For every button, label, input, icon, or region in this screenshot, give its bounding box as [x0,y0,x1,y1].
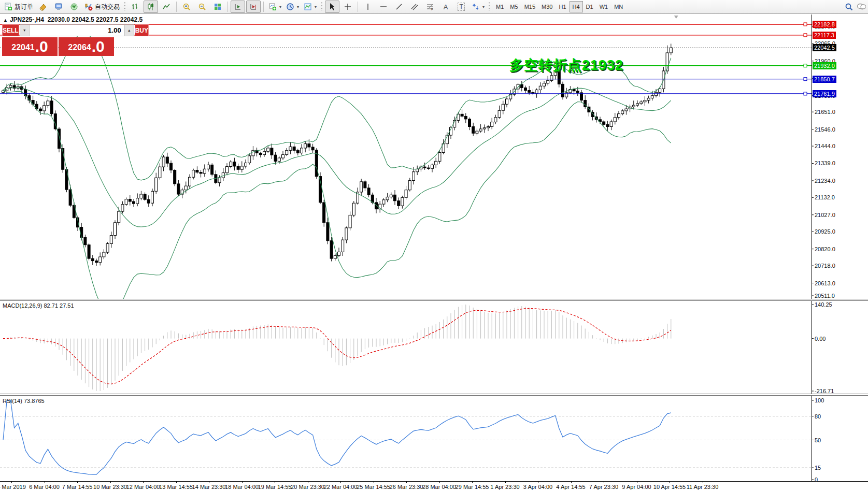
text-tool-button[interactable]: A [438,1,453,13]
candle [487,127,490,128]
candle [323,203,325,223]
level-handle[interactable] [804,78,807,81]
price-axis-tick: 20511.0 [815,293,835,299]
candle [498,110,501,117]
channel-icon [410,2,419,11]
pane-splitter-macd[interactable] [0,299,868,301]
crosshair-tool-button[interactable] [340,1,355,13]
sell-price-box[interactable]: 22041 .0 [2,37,58,56]
time-axis-tick [340,482,341,483]
rsi-line [3,400,671,474]
level-handle[interactable] [804,64,807,67]
candle [670,48,672,53]
timeframe-m5[interactable]: M5 [507,1,521,12]
new-order-button[interactable]: 新订单 [2,1,35,13]
rsi-axis-tick: 100 [815,397,824,403]
vertical-line-tool-button[interactable] [361,1,375,13]
search-icon[interactable] [844,2,853,11]
timeframe-d1[interactable]: D1 [583,1,596,12]
chart-annotation-text[interactable]: 多空转折点21932 [509,56,623,75]
level-handle[interactable] [804,23,807,26]
auto-scroll-button[interactable] [231,1,245,13]
level-handle[interactable] [804,34,807,37]
collapse-icon[interactable]: ▲ [3,18,8,23]
channel-tool-button[interactable] [407,1,422,13]
time-axis-tick [472,482,473,483]
candle [271,148,273,155]
new-chart-button[interactable]: ▾ [266,1,283,13]
timeframe-w1[interactable]: W1 [596,1,611,12]
sell-price-pips: .0 [35,39,48,54]
time-axis-tick [143,482,144,483]
toolbar-grip [124,2,125,11]
time-axis-label: 28 Mar 04:00 [422,484,456,490]
candle [539,86,542,90]
timeframe-m30[interactable]: M30 [538,1,556,12]
chart-canvas[interactable] [0,0,868,491]
arrows-icon [471,2,480,11]
time-axis-tick [11,482,12,483]
volume-decrease-button[interactable]: ▼ [20,25,29,36]
candle [651,96,653,98]
pane-splitter-rsi[interactable] [0,394,868,396]
timeframe-m1[interactable]: M1 [493,1,507,12]
bollinger-middle-line [3,88,671,227]
candle [550,76,553,81]
time-axis-label: 25 Mar 14:55 [357,484,390,490]
candle [192,170,195,178]
time-axis[interactable]: 4 Mar 20196 Mar 04:007 Mar 14:5510 Mar 2… [0,481,868,491]
buy-price: 22064 [68,41,91,54]
profiles-button[interactable]: ▾ [284,1,301,13]
candle [464,116,467,119]
level-handle[interactable] [804,92,807,95]
buy-price-box[interactable]: 22064 .0 [59,37,114,56]
candle [289,147,292,150]
current-price-badge: 22042.5 [813,44,836,51]
autotrading-button[interactable]: 自动交易 [82,1,121,13]
eraser-button[interactable] [36,1,50,13]
arrows-tool-button[interactable]: ▾ [469,1,486,13]
line-chart-button[interactable] [159,1,174,13]
horizontal-line-tool-button[interactable] [376,1,391,13]
zoom-in-button[interactable] [179,1,194,13]
volume-increase-button[interactable]: ▲ [125,25,134,36]
candle [43,106,46,111]
candle [140,194,143,198]
timeframe-mn[interactable]: MN [611,1,626,12]
timeframe-m15[interactable]: M15 [521,1,538,12]
sell-button[interactable]: SELL [2,24,19,36]
candle [345,228,348,240]
candle [438,152,441,161]
fibonacci-icon: F [425,2,435,11]
timeframe-h1[interactable]: H1 [556,1,569,12]
candle [170,163,173,170]
candle [301,148,303,153]
candle [155,178,158,191]
tile-windows-button[interactable] [210,1,225,13]
fibonacci-tool-button[interactable]: F [423,1,437,13]
timeframe-h4[interactable]: H4 [570,1,583,12]
candle [640,102,643,104]
text-label-tool-button[interactable]: T [454,1,468,13]
templates-button[interactable]: ▾ [302,1,318,13]
candlestick-chart-button[interactable] [144,1,158,13]
auto-scroll-icon [233,2,243,11]
volume-input[interactable] [29,25,125,36]
chart-shift-button[interactable] [246,1,261,13]
trendline-tool-button[interactable] [392,1,406,13]
zoom-out-button[interactable] [195,1,209,13]
buy-button[interactable]: BUY [135,24,149,36]
chat-icon[interactable] [857,2,866,11]
time-axis-tick [604,482,604,483]
bar-chart-button[interactable] [128,1,143,13]
signal-button[interactable] [67,1,81,13]
terminal-button[interactable] [51,1,66,13]
candle [91,258,94,261]
candle [349,215,351,228]
rsi-layer [0,400,812,474]
chevron-down-icon: ▾ [315,5,317,9]
cursor-tool-button[interactable] [325,1,339,13]
time-axis-label: 4 Mar 2019 [0,484,26,490]
horizontal-line-icon [379,2,388,11]
time-axis-tick [538,482,538,483]
